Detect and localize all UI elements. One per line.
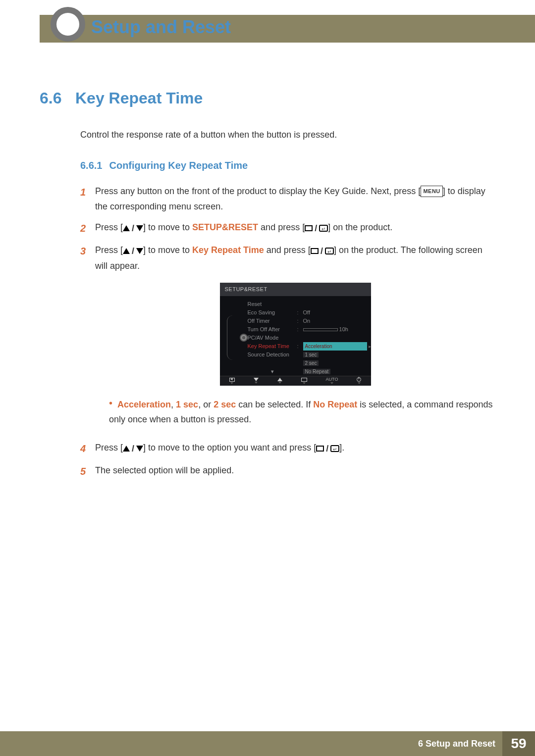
osd-dropdown-selected: Acceleration [303, 342, 367, 351]
triangle-up-icon [123, 225, 130, 231]
osd-sidebar [220, 300, 240, 376]
highlight-setup-reset: SETUP&RESET [192, 222, 258, 232]
osd-menu-list: Reset Eco Saving:Off Off Timer:On Turn O… [248, 300, 371, 376]
chapter-circle-icon [51, 7, 85, 42]
section-content: 6.6Key Repeat Time Control the response … [40, 89, 495, 486]
osd-value-turnoff: 10h [339, 326, 348, 332]
osd-item-pcav: PC/AV Mode [248, 333, 297, 343]
step-number: 4 [80, 440, 95, 457]
section-intro: Control the response rate of a button wh… [80, 130, 495, 140]
select-enter-icons: / [311, 244, 334, 259]
rect-icon [311, 248, 319, 254]
section-number: 6.6 [40, 89, 75, 107]
up-down-icons: / [123, 221, 143, 236]
bullet-note: •Acceleration, 1 sec, or 2 sec can be se… [109, 395, 495, 427]
enter-icon [325, 248, 334, 254]
osd-auto-label: AUTO [326, 377, 338, 382]
step-number: 1 [80, 184, 95, 214]
select-enter-icons: / [305, 221, 328, 236]
step-3: 3 Press [/] to move to Key Repeat Time a… [80, 243, 495, 434]
step-text: Press [/] to move to Key Repeat Time and… [95, 243, 495, 434]
osd-power-icon [357, 377, 361, 382]
triangle-up-icon [123, 248, 130, 254]
osd-item-srcdet: Source Detection [248, 350, 297, 359]
step-number: 2 [80, 220, 95, 237]
step-number: 5 [80, 463, 95, 480]
triangle-up-icon [123, 446, 130, 452]
up-down-icons: / [123, 244, 143, 259]
footer-chapter: 6 Setup and Reset [418, 739, 495, 749]
osd-right-arrow-icon: ▸ [369, 342, 371, 351]
osd-item-krt: Key Repeat Time [248, 342, 297, 351]
step-5: 5 The selected option will be applied. [80, 463, 495, 480]
osd-dropdown-option: No Repeat [303, 369, 331, 374]
up-down-icons: / [123, 441, 143, 456]
step-1: 1 Press any button on the front of the p… [80, 184, 495, 214]
gear-icon [240, 334, 248, 342]
section-name: Key Repeat Time [75, 89, 203, 107]
osd-enter-icon [301, 378, 307, 382]
step-text: The selected option will be applied. [95, 463, 495, 480]
select-enter-icons: / [316, 441, 339, 456]
step-2: 2 Press [/] to move to SETUP&RESET and p… [80, 220, 495, 237]
osd-item-turnoff: Turn Off After [248, 325, 297, 334]
osd-value-eco: Off [303, 308, 367, 317]
enter-icon [319, 225, 328, 232]
osd-item-eco: Eco Saving [248, 308, 297, 317]
osd-footer-bar: AUTO [220, 376, 371, 386]
osd-title: SETUP&RESET [220, 283, 371, 296]
rect-icon [305, 225, 313, 231]
step-text: Press any button on the front of the pro… [95, 184, 495, 214]
footer-page-number: 59 [502, 731, 535, 756]
page-footer: 6 Setup and Reset 59 [0, 731, 535, 756]
triangle-down-icon [136, 446, 143, 452]
menu-label-icon: MENU [421, 186, 442, 197]
bullet-icon: • [109, 398, 112, 408]
osd-back-icon [229, 378, 235, 382]
section-title: 6.6Key Repeat Time [40, 89, 495, 107]
highlight-key-repeat: Key Repeat Time [192, 245, 264, 255]
osd-value-offtimer: On [303, 316, 367, 326]
osd-dropdown-option: 1 sec [303, 352, 319, 357]
enter-icon [330, 445, 339, 452]
subsection-title: 6.6.1Configuring Key Repeat Time [80, 160, 495, 171]
osd-screenshot: SETUP&RESET Reset Eco Saving:Off Off Tim… [220, 283, 371, 386]
osd-dropdown-option: 2 sec [303, 360, 319, 366]
steps-list: 1 Press any button on the front of the p… [80, 184, 495, 480]
osd-item-reset: Reset [248, 300, 297, 309]
osd-slider-track [303, 328, 338, 331]
osd-curve-icon [227, 315, 233, 360]
triangle-down-icon [136, 225, 143, 231]
page-heading: Setup and Reset [91, 17, 231, 38]
step-number: 3 [80, 243, 95, 434]
triangle-down-icon [136, 248, 143, 254]
osd-item-offtimer: Off Timer [248, 316, 297, 326]
step-4: 4 Press [/] to move to the option you wa… [80, 440, 495, 457]
subsection-number: 6.6.1 [80, 160, 102, 171]
osd-down-icon [254, 378, 259, 381]
rect-icon [316, 446, 324, 452]
step-text: Press [/] to move to the option you want… [95, 440, 495, 457]
subsection-name: Configuring Key Repeat Time [109, 160, 248, 171]
osd-up-icon [277, 378, 282, 381]
step-text: Press [/] to move to SETUP&RESET and pre… [95, 220, 495, 237]
